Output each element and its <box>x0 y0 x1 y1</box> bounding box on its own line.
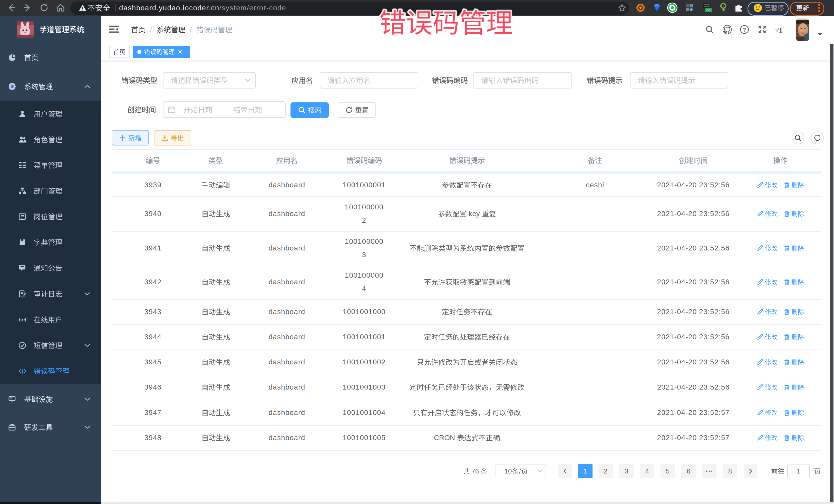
svg-text:?: ? <box>743 27 746 32</box>
svg-text:T: T <box>778 26 783 34</box>
svg-text:on: on <box>706 8 710 12</box>
